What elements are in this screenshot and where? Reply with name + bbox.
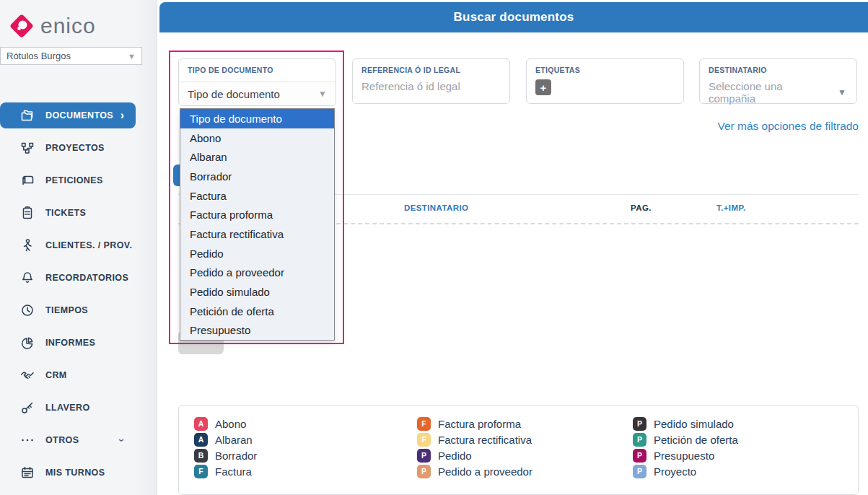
tipo-documento-open-dropdown: Tipo de documento Abono Albaran Borrador…	[180, 108, 335, 341]
dropdown-option[interactable]: Factura	[180, 186, 334, 206]
sidebar-item-tickets[interactable]: TICKETS	[0, 196, 157, 229]
legend-label: Albaran	[215, 434, 253, 446]
sidebar-item-label: DOCUMENTOS	[45, 110, 113, 121]
legend-label: Presupuesto	[654, 450, 714, 462]
dropdown-option[interactable]: Albaran	[180, 147, 334, 167]
chevron-down-icon: ›	[117, 438, 128, 442]
type-badge: A	[194, 433, 208, 447]
sidebar-item-label: CLIENTES. / PROV.	[45, 240, 132, 250]
legend-label: Borrador	[215, 450, 257, 462]
type-badge: A	[194, 417, 208, 431]
dropdown-option[interactable]: Pedido a proveedor	[180, 263, 334, 282]
column-header-pag[interactable]: PAG.	[631, 203, 652, 212]
chevron-right-icon: ›	[120, 109, 124, 122]
type-badge: P	[417, 449, 431, 463]
filter-card-etiquetas: ETIQUETAS +	[526, 58, 684, 104]
sidebar-item-label: TICKETS	[45, 208, 86, 218]
sidebar-item-otros[interactable]: OTROS ›	[0, 424, 157, 456]
sidebar-item-peticiones[interactable]: PETICIONES	[0, 164, 157, 196]
type-badge: P	[633, 449, 646, 463]
dropdown-option[interactable]: Factura rectificativa	[180, 224, 334, 244]
chevron-down-icon: ▼	[838, 82, 846, 97]
type-badge: F	[194, 465, 208, 478]
sidebar: enico Rótulos Burgos ▼ DOCUMENTOS › PROY…	[0, 0, 157, 495]
legend-item: P Pedido simulado	[633, 416, 858, 432]
dropdown-option[interactable]: Abono	[180, 128, 334, 148]
clock-icon	[20, 303, 35, 317]
type-badge: P	[633, 465, 646, 478]
company-selector[interactable]: Rótulos Burgos ▼	[0, 47, 142, 65]
type-badge: P	[633, 417, 646, 431]
legend-label: Pedido a proveedor	[438, 465, 532, 478]
legend-item: A Abono	[194, 416, 417, 432]
legend-label: Pedido	[438, 450, 472, 462]
legend-item: P Pedido a proveedor	[417, 463, 633, 479]
legend-item: B Borrador	[194, 447, 417, 463]
legend-label: Factura proforma	[438, 418, 521, 430]
brand-logo: enico	[10, 12, 96, 40]
dropdown-option[interactable]: Pedido simulado	[180, 282, 334, 302]
sidebar-item-crm[interactable]: CRM	[0, 359, 157, 391]
legend-item: P Presupuesto	[633, 447, 858, 463]
sidebar-item-llavero[interactable]: LLAVERO	[0, 391, 157, 424]
legend-label: Petición de oferta	[654, 434, 738, 446]
more-filters-link[interactable]: Ver más opciones de filtrado	[717, 120, 859, 133]
sidebar-item-informes[interactable]: INFORMES	[0, 326, 157, 359]
sidebar-item-clientes-prov[interactable]: CLIENTES. / PROV.	[0, 229, 157, 261]
legend-item: F Factura proforma	[417, 416, 633, 432]
sidebar-item-label: TIEMPOS	[45, 305, 88, 315]
tipo-documento-select-value: Tipo de documento	[188, 88, 280, 100]
calendar-icon	[20, 465, 35, 480]
dropdown-option[interactable]: Pedido	[180, 244, 334, 263]
sidebar-item-label: INFORMES	[45, 338, 95, 348]
destinatario-select-value: Seleccione una compañia	[700, 74, 838, 105]
filter-label: TIPO DE DOCUMENTO	[179, 59, 336, 74]
filter-label: ETIQUETAS	[527, 59, 683, 74]
sidebar-item-label: MIS TURNOS	[45, 468, 105, 478]
ellipsis-icon	[20, 433, 35, 447]
dropdown-option[interactable]: Factura proforma	[180, 205, 334, 224]
brand-name: enico	[40, 14, 96, 38]
add-etiqueta-button[interactable]: +	[535, 79, 551, 95]
sidebar-item-label: LLAVERO	[45, 403, 90, 413]
sidebar-item-proyectos[interactable]: PROYECTOS	[0, 131, 157, 164]
key-icon	[20, 400, 35, 415]
legend-item: A Albaran	[194, 432, 417, 447]
destinatario-select[interactable]: Seleccione una compañia ▼	[700, 74, 856, 105]
filter-label: DESTINATARIO	[700, 59, 856, 74]
chevron-down-icon: ▼	[128, 52, 136, 61]
sidebar-item-label: RECORDATORIOS	[45, 273, 128, 283]
sidebar-item-tiempos[interactable]: TIEMPOS	[0, 294, 157, 326]
filter-card-referencia: REFERENCIA Ó ID LEGAL Referencia ó id le…	[352, 58, 510, 104]
referencia-input[interactable]: Referencia ó id legal	[353, 74, 509, 92]
legend-label: Pedido simulado	[654, 418, 734, 430]
column-header-t-imp[interactable]: T.+IMP.	[716, 203, 746, 212]
page-title: Buscar documentos	[454, 10, 574, 25]
dropdown-option[interactable]: Tipo de documento	[180, 109, 334, 128]
legend-item: P Petición de oferta	[633, 432, 858, 447]
dropdown-option[interactable]: Borrador	[180, 167, 334, 186]
bell-icon	[20, 271, 35, 285]
legend-label: Abono	[215, 418, 246, 430]
dropdown-option[interactable]: Presupuesto	[180, 320, 334, 340]
type-badge: P	[417, 465, 431, 478]
document-type-legend: A Abono A Albaran B Borrador F Factura F…	[178, 405, 859, 495]
sidebar-item-label: CRM	[45, 370, 67, 380]
tipo-documento-select[interactable]: Tipo de documento ▼	[179, 82, 336, 105]
type-badge: F	[417, 433, 431, 447]
column-header-destinatario[interactable]: DESTINATARIO	[404, 203, 468, 212]
filter-card-tipo-documento: TIPO DE DOCUMENTO Tipo de documento ▼	[178, 58, 336, 106]
sidebar-item-documentos[interactable]: DOCUMENTOS ›	[0, 102, 136, 128]
sidebar-item-mis-turnos[interactable]: MIS TURNOS	[0, 456, 157, 489]
folder-icon	[20, 108, 35, 123]
sidebar-item-recordatorios[interactable]: RECORDATORIOS	[0, 261, 157, 294]
type-badge: B	[194, 449, 208, 463]
sidebar-item-label: OTROS	[45, 435, 79, 445]
clipboard-icon	[20, 206, 35, 220]
dropdown-option[interactable]: Petición de oferta	[180, 302, 334, 321]
legend-label: Factura	[215, 465, 252, 478]
type-badge: P	[633, 433, 646, 447]
legend-item: F Factura rectificativa	[417, 432, 633, 447]
page-header: Buscar documentos	[159, 2, 868, 32]
filter-card-destinatario: DESTINATARIO Seleccione una compañia ▼	[699, 58, 857, 104]
